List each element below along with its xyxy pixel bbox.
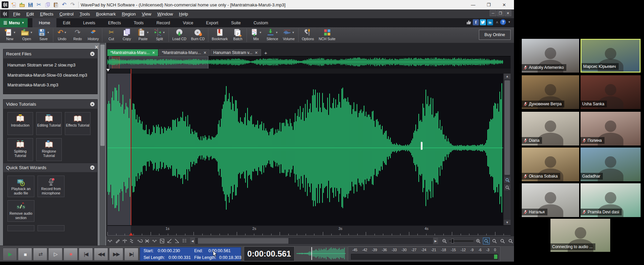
toolbar-burn-cd-button[interactable]: Burn CD (189, 27, 207, 43)
tab-levels[interactable]: Levels (77, 18, 102, 27)
participant-tile[interactable]: Connecting to audio ... (550, 219, 610, 252)
toolbar-redo-button[interactable]: ↷Redo (70, 27, 85, 43)
help-icon[interactable]: ? (500, 19, 506, 25)
waveform-display[interactable] (107, 74, 503, 225)
timeline-ruler[interactable]: 1s2s3s4s (107, 225, 511, 236)
quick-start-header[interactable]: Quick Start Wizards▲ (3, 163, 97, 172)
horizontal-scrollbar-thumb[interactable] (198, 238, 288, 244)
participant-tile[interactable]: Наталья (522, 183, 579, 217)
tutorial-ringtone[interactable]: ♪♪Ringtone Tutorial (36, 138, 62, 161)
zoom-selection-icon[interactable] (483, 238, 490, 244)
play-button[interactable]: ▶ (3, 248, 17, 261)
zoom-slider-knob[interactable] (451, 239, 454, 243)
toolbar-bookmark-button[interactable]: Bookmark (209, 27, 230, 43)
select-region-tool-icon[interactable] (106, 237, 113, 244)
toolbar-volume-button[interactable]: ▼Volume (281, 27, 297, 43)
close-tab-icon[interactable]: ✕ (203, 51, 206, 55)
linkedin-icon[interactable]: in (487, 19, 493, 25)
participant-tile[interactable]: Oksana Sobaka (522, 148, 579, 181)
twitter-icon[interactable] (480, 19, 486, 25)
toolbar-silence-button[interactable]: ▼Silence (264, 27, 280, 43)
scrub-tool-icon[interactable] (121, 237, 128, 244)
tutorial-wand[interactable]: ✦Effects Tutorial (65, 112, 91, 135)
close-tab-icon[interactable]: ✕ (255, 51, 258, 55)
doc-close-button[interactable]: ✕ (505, 10, 511, 16)
tab-effects[interactable]: Effects (102, 18, 127, 27)
wizard-partial[interactable] (37, 225, 65, 231)
toolbar-split-button[interactable]: ▼Split (151, 27, 168, 43)
wizard-micrec[interactable]: Record from microphone (37, 176, 65, 197)
overview-strip[interactable] (107, 56, 511, 69)
loop-button[interactable]: ⇄ (33, 248, 47, 261)
tab-edit[interactable]: Edit (56, 18, 77, 27)
undo-icon[interactable]: ↶ (60, 1, 68, 8)
participant-tile[interactable]: Anatoliy Artemenko (522, 39, 579, 73)
new-tab-button[interactable]: + (262, 49, 270, 56)
wave-zoom-tool-icon[interactable] (151, 237, 158, 244)
document-tab[interactable]: *Mantratmaka-Maru...✕ (107, 49, 158, 56)
menu-tools[interactable]: Tools (77, 10, 93, 18)
collapse-ribbon-icon[interactable]: ˄ (496, 20, 498, 24)
help-dropdown-icon[interactable]: ▼ (508, 21, 511, 24)
close-tab-icon[interactable]: ✕ (152, 51, 155, 55)
tab-home[interactable]: Home (32, 18, 56, 27)
play-from-cursor-button[interactable]: ▷ (48, 248, 62, 261)
toolbar-open-button[interactable]: ▼Open (18, 27, 35, 43)
wizard-playback[interactable]: Playback an audio file (7, 176, 34, 197)
participant-tile[interactable]: Diana (522, 112, 579, 145)
video-tutorials-header[interactable]: Video Tutorials▲ (3, 100, 97, 109)
tutorial-bulb[interactable]: Introduction (7, 112, 33, 135)
tutorial-edit[interactable]: Editing Tutorial (36, 112, 62, 135)
vertical-zoom-out-icon[interactable] (504, 184, 510, 190)
menu-file[interactable]: File (10, 10, 23, 18)
toolbar-history-button[interactable]: History (85, 27, 101, 43)
participant-tile[interactable]: Марсис Юрьевич (581, 39, 641, 73)
recent-file-item[interactable]: Hanuman Stotram verse 2 slow.mp3 (3, 60, 97, 71)
close-button[interactable]: ✕ (496, 0, 512, 9)
menu-window[interactable]: Window (154, 10, 176, 18)
menu-effects[interactable]: Effects (37, 10, 56, 18)
doc-minimize-button[interactable]: ─ (490, 10, 496, 16)
toolbar-nch-suite-button[interactable]: NCH Suite (316, 27, 338, 43)
tab-record[interactable]: Record (150, 18, 176, 27)
dropdown-arrow-icon[interactable]: ▼ (292, 31, 294, 34)
toolbar-save-button[interactable]: ▼Save (35, 27, 52, 43)
tutorial-splitbook[interactable]: ✂Splitting Tutorial (7, 138, 33, 161)
tab-suite[interactable]: Suite (225, 18, 247, 27)
block-select-tool-icon[interactable] (158, 237, 165, 244)
open-icon[interactable] (18, 1, 26, 8)
toolbar-mix-button[interactable]: ▼Mix (248, 27, 264, 43)
redo-icon[interactable]: ↷ (69, 1, 76, 8)
zoom-slider[interactable] (449, 240, 473, 242)
toolbar-options-button[interactable]: Options (300, 27, 316, 43)
collapse-icon[interactable]: ▲ (90, 52, 95, 56)
fade-out-tool-icon[interactable] (173, 237, 180, 244)
wizard-remove[interactable]: ✕Remove audio section (7, 200, 34, 222)
copy-time-tool-icon[interactable] (136, 237, 143, 244)
tab-voice[interactable]: Voice (177, 18, 200, 27)
record-button[interactable]: ● (63, 248, 78, 261)
minimize-button[interactable]: — (465, 0, 481, 9)
participant-tile[interactable]: Usha Sanka (581, 75, 641, 109)
zoom-vertical-icon[interactable] (491, 238, 498, 244)
toolbar-copy-button[interactable]: Copy (119, 27, 134, 43)
copy-icon[interactable] (44, 1, 51, 8)
skip-to-start-button[interactable]: |◀ (79, 248, 93, 261)
dropdown-arrow-icon[interactable]: ▼ (30, 31, 33, 34)
participant-tile[interactable]: Полина (581, 112, 641, 145)
doc-restore-button[interactable]: ❐ (497, 10, 504, 16)
fast-forward-button[interactable]: ▶▶ (109, 248, 123, 261)
thumbs-up-icon[interactable] (466, 20, 472, 25)
scroll-up-icon[interactable]: ▲ (504, 74, 511, 79)
panel-grip[interactable] (421, 142, 422, 150)
zoom-project-icon[interactable] (507, 238, 514, 244)
channel-select-tool-icon[interactable] (129, 237, 136, 244)
participant-tile[interactable]: Gadadhar (581, 148, 641, 181)
horizontal-scrollbar[interactable] (195, 238, 433, 244)
vertical-zoom-in-icon[interactable] (504, 177, 510, 183)
facebook-icon[interactable]: f (473, 19, 479, 25)
zoom-out-icon[interactable] (441, 238, 448, 244)
sidebar-scrollbar-thumb[interactable] (100, 45, 105, 146)
vertical-scrollbar[interactable]: ▲ ▼ (504, 74, 511, 225)
dropdown-arrow-icon[interactable]: ▼ (47, 31, 50, 34)
